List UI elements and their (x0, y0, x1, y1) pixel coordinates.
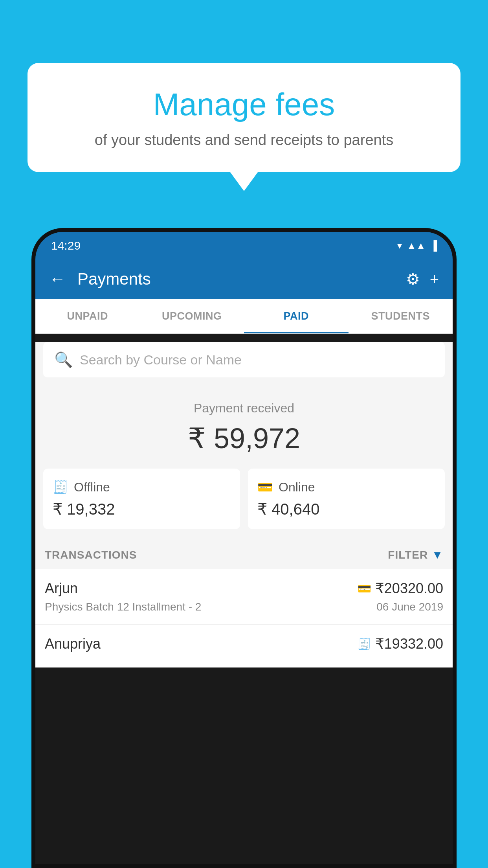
tab-paid[interactable]: PAID (244, 299, 349, 333)
tab-students[interactable]: STUDENTS (349, 299, 453, 333)
online-payment-icon: 💳 (358, 582, 371, 595)
back-button[interactable]: ← (49, 270, 66, 289)
search-icon: 🔍 (54, 351, 73, 368)
tab-upcoming[interactable]: UPCOMING (140, 299, 244, 333)
transaction-name: Arjun (45, 580, 78, 597)
transaction-date: 06 June 2019 (376, 601, 443, 613)
transaction-amount: 🧾 ₹19332.00 (358, 636, 443, 652)
online-icon: 💳 (257, 480, 273, 495)
online-card: 💳 Online ₹ 40,640 (248, 469, 445, 529)
bubble-title: Manage fees (47, 86, 441, 123)
tabs: UNPAID UPCOMING PAID STUDENTS (35, 299, 453, 334)
transaction-row[interactable]: Arjun 💳 ₹20320.00 Physics Batch 12 Insta… (35, 569, 453, 625)
search-placeholder: Search by Course or Name (80, 352, 242, 368)
filter-label: FILTER (388, 549, 428, 561)
bubble-subtitle: of your students and send receipts to pa… (47, 130, 441, 151)
nav-title: Payments (77, 270, 398, 289)
transaction-name: Anupriya (45, 636, 101, 652)
offline-icon: 🧾 (53, 480, 68, 495)
transaction-top: Arjun 💳 ₹20320.00 (45, 580, 443, 597)
transaction-desc: Physics Batch 12 Installment - 2 (45, 601, 201, 613)
transaction-top: Anupriya 🧾 ₹19332.00 (45, 636, 443, 652)
search-bar[interactable]: 🔍 Search by Course or Name (43, 342, 445, 377)
offline-amount: ₹ 19,332 (53, 500, 231, 518)
nav-bar: ← Payments ⚙ + (35, 259, 453, 299)
online-card-header: 💳 Online (257, 480, 435, 495)
filter-button[interactable]: FILTER ▼ (388, 549, 443, 561)
status-icons: ▾ ▲▲ ▐ (397, 240, 437, 251)
speech-bubble: Manage fees of your students and send re… (28, 63, 460, 172)
offline-card-header: 🧾 Offline (53, 480, 231, 495)
payment-amount: ₹ 59,972 (43, 422, 445, 455)
phone-frame: 14:29 ▾ ▲▲ ▐ ← Payments ⚙ + UNPAID UPCOM… (31, 228, 457, 868)
signal-icon: ▲▲ (407, 240, 426, 251)
transaction-amount: 💳 ₹20320.00 (358, 580, 443, 597)
transactions-header: TRANSACTIONS FILTER ▼ (35, 541, 453, 569)
transaction-bottom: Physics Batch 12 Installment - 2 06 June… (45, 601, 443, 613)
add-button[interactable]: + (430, 270, 439, 288)
transaction-row[interactable]: Anupriya 🧾 ₹19332.00 (35, 625, 453, 668)
main-content: 🔍 Search by Course or Name Payment recei… (35, 342, 453, 668)
wifi-icon: ▾ (397, 240, 402, 251)
offline-label: Offline (74, 480, 110, 495)
offline-payment-icon: 🧾 (358, 638, 371, 651)
transactions-label: TRANSACTIONS (45, 549, 137, 561)
nav-icons: ⚙ + (406, 270, 439, 288)
payment-label: Payment received (43, 401, 445, 416)
status-time: 14:29 (51, 239, 81, 252)
settings-button[interactable]: ⚙ (406, 270, 420, 288)
battery-icon: ▐ (430, 240, 437, 251)
online-label: Online (279, 480, 315, 495)
tab-unpaid[interactable]: UNPAID (35, 299, 140, 333)
filter-icon: ▼ (432, 549, 443, 561)
payment-cards: 🧾 Offline ₹ 19,332 💳 Online ₹ 40,640 (35, 469, 453, 541)
payment-received-section: Payment received ₹ 59,972 (35, 385, 453, 469)
online-amount: ₹ 40,640 (257, 500, 435, 518)
status-bar: 14:29 ▾ ▲▲ ▐ (35, 232, 453, 259)
offline-card: 🧾 Offline ₹ 19,332 (43, 469, 240, 529)
